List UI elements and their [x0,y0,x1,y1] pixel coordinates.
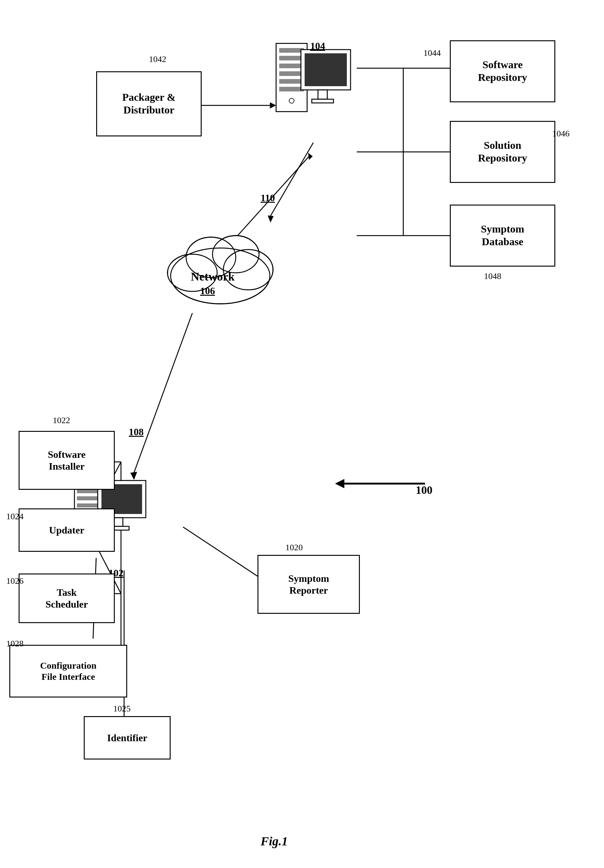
connection-110-ref: 110 [261,192,275,204]
svg-line-8 [134,313,193,474]
identifier-ref: 1025 [113,704,130,714]
svg-line-6 [270,143,313,217]
fig-label: Fig.1 [261,834,288,848]
svg-rect-57 [77,504,100,507]
svg-marker-11 [308,153,313,160]
svg-rect-44 [279,64,304,68]
symptom-reporter-ref: 1020 [286,542,303,552]
config-file-interface-box: ConfigurationFile Interface [9,645,127,698]
task-scheduler-label: TaskScheduler [46,586,88,611]
packager-distributor-label: Packager &Distributor [122,91,175,116]
config-file-interface-label: ConfigurationFile Interface [40,660,96,682]
diagram: Network 106 104 [0,0,604,868]
solution-repository-box: SolutionRepository [450,121,555,183]
network-ref: 106 [200,285,215,297]
svg-rect-42 [279,48,304,53]
symptom-reporter-box: SymptomReporter [258,555,360,614]
solution-repository-ref: 1046 [552,129,570,139]
identifier-label: Identifier [107,732,148,744]
software-repository-label: SoftwareRepository [478,59,527,84]
solution-repository-label: SolutionRepository [478,139,527,164]
symptom-reporter-label: SymptomReporter [288,573,329,597]
svg-rect-50 [304,53,347,86]
main-arrow-svg [326,465,434,502]
software-repository-ref: 1044 [424,48,441,58]
packager-distributor-ref: 1042 [149,54,166,64]
software-repository-box: SoftwareRepository [450,40,555,102]
updater-label: Updater [49,524,84,536]
svg-line-25 [134,313,193,434]
identifier-box: Identifier [84,716,171,760]
updater-box: Updater [19,508,115,552]
svg-rect-52 [312,99,334,103]
svg-line-16 [183,527,270,584]
symptom-database-ref: 1048 [484,271,502,281]
svg-rect-63 [114,518,123,526]
symptom-database-box: SymptomDatabase [450,205,555,267]
server-104-ref: 104 [310,40,325,52]
packager-distributor-box: Packager &Distributor [96,71,202,136]
svg-rect-43 [279,56,304,60]
software-installer-label: SoftwareInstaller [48,449,85,473]
svg-rect-45 [279,71,304,76]
config-file-interface-ref: 1028 [6,639,23,648]
symptom-database-label: SymptomDatabase [481,223,524,248]
network-label: Network [191,270,234,283]
server-104 [270,40,357,153]
connection-108-ref: 108 [129,426,144,438]
svg-rect-47 [279,87,304,91]
software-installer-box: SoftwareInstaller [19,431,115,490]
updater-ref: 1024 [6,512,23,521]
svg-rect-51 [318,90,327,99]
svg-rect-46 [279,79,304,84]
svg-marker-66 [335,479,344,488]
task-scheduler-ref: 1026 [6,576,23,586]
task-scheduler-box: TaskScheduler [19,574,115,623]
software-installer-ref: 1022 [53,415,70,425]
svg-rect-56 [77,496,100,500]
server-computer-svg [270,40,357,152]
